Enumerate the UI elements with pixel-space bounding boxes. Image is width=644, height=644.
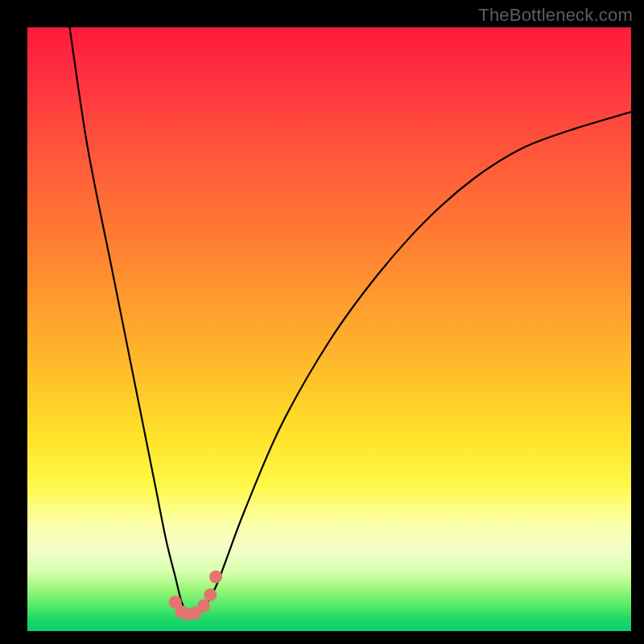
bottleneck-curve [70,27,632,614]
pink-dot [197,600,210,613]
marker-group [169,571,222,621]
watermark-text: TheBottleneck.com [478,5,633,26]
pink-dot [204,588,217,601]
pink-dot [209,571,222,584]
curve-layer [27,27,631,631]
plot-area [27,27,631,631]
chart-frame: TheBottleneck.com [0,0,644,644]
